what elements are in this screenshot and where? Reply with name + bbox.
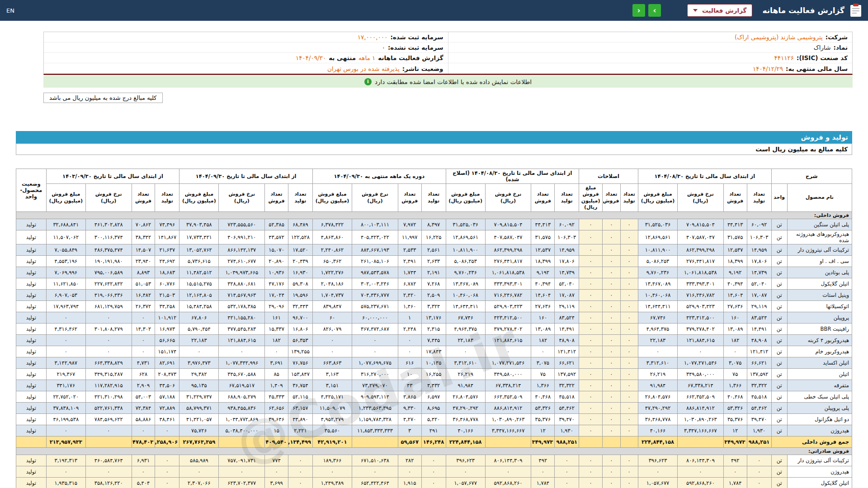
table-row: هیدروکربور ۴ کربنهتن۴۸,۹۰۸۱۸۲۱۲۱,۸۸۴,۶۱۵…	[16, 335, 852, 346]
cell-value: ۱۶۰	[531, 312, 555, 324]
cell-value: ۳,۳۴۷,۱۶۶,۶۶۷	[485, 425, 531, 436]
page-title: گزارش فعالیت ماهانه	[762, 6, 844, 15]
cell-value: ۰	[155, 478, 179, 488]
cell-value: ۷۵	[531, 369, 555, 380]
info-row-registered-capital: سرمایه ثبت شده: ۱۷,۰۰۰,۰۰۰	[44, 32, 448, 42]
unit-cell: تن	[771, 312, 787, 324]
product-name: اتوکسیلاتها	[787, 301, 852, 312]
cell-value: ۲۲۴,۸۴۴,۱۵۸	[638, 436, 677, 448]
column-group-header: اصلاحات	[579, 169, 638, 184]
cell-value: ۲۹۱	[421, 425, 446, 436]
status-cell: تولید	[16, 278, 47, 290]
cell-value: ۰	[485, 466, 531, 478]
cell-value: ۰	[579, 357, 603, 369]
status-cell: تولید	[16, 256, 47, 267]
cell-value: ۱۴,۷۳۹	[555, 267, 579, 278]
next-report-button[interactable]: ›	[648, 4, 661, 17]
issuer-status-label: وضعیت ناشر:	[402, 65, 443, 72]
cell-value: ۱۴۱,۸۶۷	[155, 230, 179, 244]
column-header: تعداد تولید	[155, 184, 179, 212]
info-row-issuer-status: وضعیت ناشر: پذیرفته شده در بورس تهران	[44, 63, 448, 74]
cell-value: ۵۴,۴۶۲	[555, 403, 579, 414]
cell-value: ۱۴,۴۹۱	[555, 324, 579, 335]
table-row: متفرقهتن۳۲,۳۲۲۱,۳۶۶۶۷,۳۳۸,۲۱۴۹۱,۹۸۴۰۰۰۳۲…	[16, 380, 852, 391]
column-header: تعداد فروش	[398, 184, 421, 212]
cell-value: ۱,۹۳۰	[555, 425, 579, 436]
product-name: ترکیبات آلی نیتروژن دار	[787, 244, 852, 256]
table-row: اتیلن گلایکولتن۵۲,۰۴۰۴۰,۳۹۴۳۳۳,۳۹۳,۳۰۱۱۳…	[16, 278, 852, 290]
isic-value: ۴۴۱۱۲۶	[774, 54, 794, 61]
cell-value: ۰	[446, 346, 485, 357]
cell-value	[352, 436, 398, 448]
column-header: نرخ فروش (ریال)	[352, 184, 398, 212]
cell-value: ۲,۴۲۰	[398, 290, 421, 301]
cell-value: ۳۹,۴۷۰	[555, 414, 579, 425]
cell-value: ۲۲,۱۸۳	[446, 335, 485, 346]
info-row-company: شرکت: پتروشیمی شازند (پتروشیمی اراک)	[448, 32, 853, 42]
cell-value: ۱۱۷,۲۸۲,۹۱۵	[85, 380, 132, 391]
section-label: فروش داخلی:	[16, 212, 852, 219]
cell-value: ۰	[398, 335, 421, 346]
table-row: پروپیلنتن۸۳,۵۲۴۱۶۰۴۲۳,۴۱۲,۵۰۰۶۷,۷۴۶۰۰۰۸۳…	[16, 312, 852, 324]
cell-value: ۰	[620, 278, 638, 290]
cell-value: ۹۶,۷۰۰	[288, 312, 313, 324]
cell-value: ۱۳۷,۵۹۲	[747, 369, 771, 380]
status-cell: تولید	[16, 290, 47, 301]
cell-value: ۳,۰۷۵	[531, 357, 555, 369]
product-name: هیدروژن	[787, 466, 852, 478]
cell-value: ۰	[603, 478, 620, 488]
cell-value: ۱۵,۳۳۷	[265, 324, 288, 335]
cell-value: ۰	[620, 466, 638, 478]
table-row: ترکیبات آلی نیتروژن دارتن۰۴۹۲۸۰۶,۱۴۴,۳۰۹…	[16, 455, 852, 466]
cell-value: ۰	[603, 301, 620, 312]
cell-value: ۰	[747, 478, 771, 488]
previous-report-button[interactable]: ‹	[632, 4, 645, 17]
cell-value: ۱,۰۴۹,۹۷۳,۶۶۵	[219, 267, 265, 278]
chevron-down-icon	[693, 9, 698, 12]
table-row: رافینیت BBRتن۱۴,۴۹۱۱۳,۰۸۹۳۷۹,۲۷۸,۴۰۲۴,۹۶…	[16, 324, 852, 335]
cell-value: ۱۲,۵۳۷	[531, 244, 555, 256]
cell-value: ۰	[579, 219, 603, 230]
status-cell: تولید	[16, 425, 47, 436]
unit-cell: تن	[771, 369, 787, 380]
status-cell: تولید	[16, 312, 47, 324]
cell-value: ۰	[312, 466, 352, 478]
cell-value: ۱۵۳,۸۴۷	[288, 369, 313, 380]
cell-value: ۱۴۶,۲۴۸	[421, 436, 446, 448]
cell-value: ۳۵,۳۷۶	[531, 414, 555, 425]
unit-cell: تن	[771, 357, 787, 369]
cell-value: ۴۷,۲۹۰,۲۹۲	[446, 403, 485, 414]
language-toggle-link[interactable]: EN	[6, 7, 14, 14]
cell-value: ۰	[579, 290, 603, 301]
cell-value: ۴,۹۶۴,۳۷۵	[638, 324, 677, 335]
cell-value: ۱۲۱,۸۸۴,۶۱۵	[219, 335, 265, 346]
cell-value: ۷,۹۷۲	[398, 219, 421, 230]
cell-value: ۰	[620, 403, 638, 414]
cell-value: ۳,۳۱۲,۶۱۰	[446, 357, 485, 369]
cell-value: ۲۶,۸۰۴,۵۷۶	[446, 391, 485, 403]
cell-value: ۰	[46, 312, 85, 324]
cell-value: ۳۱,۵۷۵	[531, 230, 555, 244]
cell-value: ۱,۹۳۰	[747, 425, 771, 436]
table-row: اتیلن گلایکولتن۰۱,۷۸۴۵۹۲,۸۶۸,۲۶۰۱,۰۵۷,۶۷…	[16, 478, 852, 488]
column-header: تعداد تولید	[555, 184, 579, 212]
cell-value: ۳۳۳,۳۹۳,۳۰۱	[678, 278, 724, 290]
report-type-select[interactable]: گزارش فعالیت	[687, 4, 752, 17]
cell-value: ۱۱,۸۵۳,۳۳۳,۳۳۳	[352, 425, 398, 436]
cell-value: ۰	[579, 256, 603, 267]
cell-value: ۱۳,۴۶۷,۰۸۹	[446, 278, 485, 290]
cell-value: ۴۶,۱۹۹,۵۳۸	[46, 414, 85, 425]
cell-value: ۹۸۸,۲۵۱	[747, 436, 771, 448]
cell-value: ۵۷۵,۲۳۷,۶۷۱	[352, 301, 398, 312]
cell-value: ۰	[219, 466, 265, 478]
unregistered-capital-label: سرمایه ثبت نشده:	[388, 44, 443, 51]
product-name: هیدروژن	[787, 425, 852, 436]
cell-value: ۰	[620, 324, 638, 335]
cell-value: ۴,۴۲۵,۱۷۱	[312, 391, 352, 403]
cell-value: ۲۴,۶۹۲	[155, 256, 179, 267]
cell-value: ۰	[312, 346, 352, 357]
cell-value: ۱,۳۶۶	[531, 380, 555, 391]
cell-value: ۰	[555, 478, 579, 488]
column-group-header: از ابتدای سال مالی تا تاریخ ۱۴۰۴/۰۹/۳۰	[179, 169, 313, 184]
cell-value: ۷۸۴,۵۶۹,۶۲۲	[85, 414, 132, 425]
